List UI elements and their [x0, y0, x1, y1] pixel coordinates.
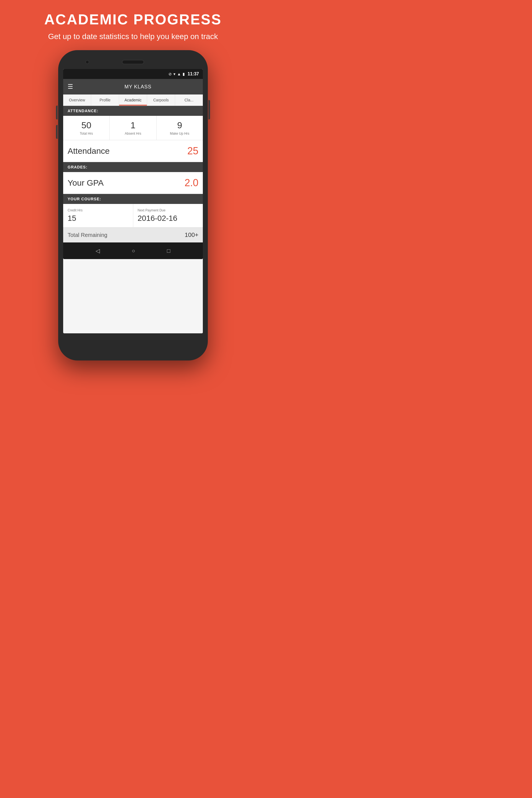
- absent-hrs-value: 1: [112, 120, 154, 131]
- page-title: ACADEMIC PROGRESS: [44, 11, 222, 28]
- front-camera: [86, 60, 89, 64]
- gpa-label: Your GPA: [68, 178, 103, 188]
- makeup-hrs-label: Make Up Hrs: [159, 132, 201, 135]
- phone-device: ⊘ ▾ ▲ ▮ 11:37 ☰ MY KLASS Overview Profil…: [58, 50, 208, 360]
- course-section-header: YOUR COURSE:: [63, 194, 203, 204]
- content-area: ATTENDANCE: 50 Total Hrs 1 Absent Hrs 9 …: [63, 106, 203, 243]
- attendance-label: Attendance: [68, 146, 110, 156]
- phone-top-bar: [63, 55, 203, 69]
- course-row: Credit Hrs 15 Next Payment Due 2016-02-1…: [63, 204, 203, 227]
- payment-due-label: Next Payment Due: [138, 208, 199, 212]
- makeup-hrs-cell: 9 Make Up Hrs: [156, 116, 203, 140]
- total-hrs-value: 50: [65, 120, 107, 131]
- gpa-metric-row: Your GPA 2.0: [63, 172, 203, 194]
- tab-classes[interactable]: Cla...: [175, 94, 203, 106]
- gpa-value: 2.0: [185, 177, 198, 189]
- tab-carpools[interactable]: Carpools: [147, 94, 175, 106]
- power-button: [208, 100, 210, 119]
- attendance-section-header: ATTENDANCE:: [63, 106, 203, 116]
- hamburger-menu-icon[interactable]: ☰: [68, 83, 73, 90]
- no-sim-icon: ⊘: [169, 72, 172, 76]
- attendance-value: 25: [187, 145, 198, 157]
- tab-academic[interactable]: Academic: [119, 94, 147, 106]
- payment-due-value: 2016-02-16: [138, 214, 177, 223]
- status-time: 11:37: [188, 72, 199, 76]
- credit-hrs-label: Credit Hrs: [68, 208, 129, 212]
- navigation-bar: ◁ ○ □: [63, 243, 203, 259]
- tabs-container: Overview Profile Academic Carpools Cla..…: [63, 94, 203, 106]
- credit-hrs-value: 15: [68, 214, 76, 223]
- app-header: ☰ MY KLASS: [63, 79, 203, 94]
- attendance-stats-row: 50 Total Hrs 1 Absent Hrs 9 Make Up Hrs: [63, 116, 203, 140]
- earpiece-speaker: [122, 60, 144, 64]
- total-remaining-value: 100+: [185, 231, 198, 239]
- absent-hrs-cell: 1 Absent Hrs: [110, 116, 156, 140]
- app-title: MY KLASS: [78, 84, 198, 90]
- grades-section-header: GRADES:: [63, 162, 203, 172]
- total-remaining-label: Total Remaining: [68, 232, 107, 238]
- status-bar: ⊘ ▾ ▲ ▮ 11:37: [63, 69, 203, 79]
- signal-icon: ▲: [177, 72, 181, 76]
- total-hrs-cell: 50 Total Hrs: [63, 116, 110, 140]
- page-header: ACADEMIC PROGRESS Get up to date statist…: [39, 0, 227, 50]
- makeup-hrs-value: 9: [159, 120, 201, 131]
- credit-hrs-cell: Credit Hrs 15: [63, 204, 133, 227]
- wifi-icon: ▾: [173, 72, 175, 76]
- attendance-metric-row: Attendance 25: [63, 140, 203, 162]
- back-button[interactable]: ◁: [96, 247, 100, 254]
- total-hrs-label: Total Hrs: [65, 132, 107, 135]
- phone-screen: ⊘ ▾ ▲ ▮ 11:37 ☰ MY KLASS Overview Profil…: [63, 69, 203, 333]
- tab-profile[interactable]: Profile: [91, 94, 119, 106]
- total-remaining-row: Total Remaining 100+: [63, 227, 203, 243]
- page-subtitle: Get up to date statistics to help you ke…: [44, 31, 222, 42]
- volume-down-button: [56, 125, 58, 139]
- absent-hrs-label: Absent Hrs: [112, 132, 154, 135]
- volume-up-button: [56, 106, 58, 119]
- payment-due-cell: Next Payment Due 2016-02-16: [133, 204, 203, 227]
- tab-overview[interactable]: Overview: [63, 94, 91, 106]
- battery-icon: ▮: [183, 72, 185, 76]
- home-button[interactable]: ○: [132, 248, 135, 254]
- recents-button[interactable]: □: [167, 248, 170, 254]
